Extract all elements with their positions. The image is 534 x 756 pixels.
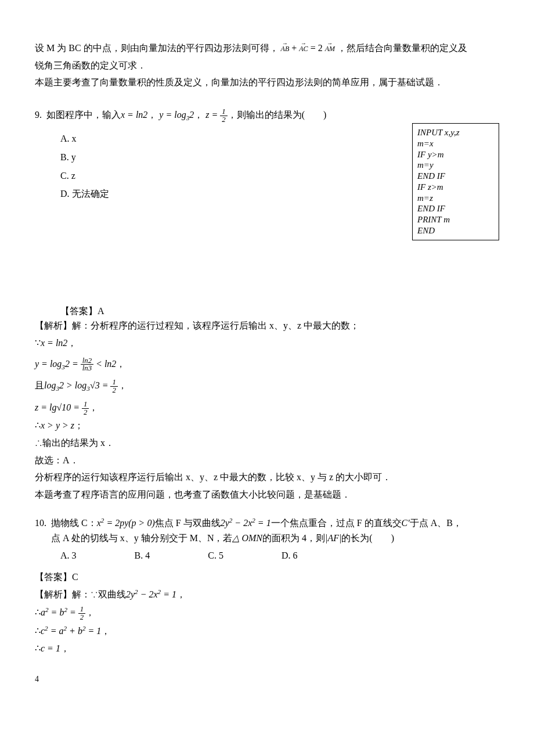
q10-sol-line: 【解析】解：∵双曲线2y2 − 2x2 = 1， [35, 587, 499, 602]
question-10: 10. 抛物线 C：x2 = 2py(p > 0)焦点 F 与双曲线2y2 − … [35, 516, 499, 545]
q10-option-c: C. 5 [208, 548, 223, 563]
code-line: m=x [417, 138, 493, 149]
q10-answer: 【答案】C [35, 570, 499, 585]
code-line: END IF [417, 203, 493, 214]
q10-expr4: △ OMN [232, 533, 262, 543]
q9-prompt-b: ，则输出的结果为( ) [228, 110, 327, 120]
q10-options: A. 3 B. 4 C. 5 D. 6 [60, 548, 499, 563]
code-line: m=z [417, 193, 493, 204]
q9-expr-z: z = 12 [205, 110, 227, 120]
intro-text-b: ，然后结合向量数量积的定义及 [337, 43, 467, 53]
q9-number: 9. [35, 107, 42, 123]
q9-sol-line: ∵x = ln2， [35, 336, 499, 351]
code-line: IF y>m [417, 149, 493, 160]
code-line: PRINT m [417, 214, 493, 225]
q10-prompt-a: 抛物线 C： [51, 518, 97, 528]
q9-sol-line: 本题考查了程序语言的应用问题，也考查了函数值大小比较问题，是基础题． [35, 487, 499, 502]
answer-value: A [98, 306, 104, 316]
q10-expr1: x2 = 2py(p > 0) [97, 518, 155, 528]
q9-sol-line: 故选：A． [35, 453, 499, 468]
q10-line2b: 的面积为 4，则 [262, 533, 325, 543]
pseudocode-box: INPUT x,y,z m=x IF y>m m=y END IF IF z>m… [412, 123, 499, 240]
q9-sol-line: y = log32 = ln2ln3 < ln2， [35, 357, 499, 373]
vector-am: →AM [325, 44, 335, 55]
q9-sol-line: 且log32 > log3√3 = 12， [35, 378, 499, 394]
q9-sol-line: z = lg√10 = 12， [35, 400, 499, 416]
answer-label: 【答案】 [60, 306, 98, 316]
q9-expr-x: x = ln2 [121, 110, 147, 120]
q10-option-a: A. 3 [60, 548, 77, 563]
code-line: END IF [417, 171, 493, 182]
q9-sol-line: ∴输出的结果为 x． [35, 435, 499, 451]
q10-sol-line: ∴c2 = a2 + b2 = 1， [35, 624, 499, 639]
q9-sol-line: ∴x > y > z； [35, 418, 499, 433]
question-9: 9. 如图程序中，输入x = ln2， y = log32， z = 12，则输… [35, 107, 499, 124]
q9-answer: 【答案】A [60, 304, 499, 319]
q9-prompt-a: 如图程序中，输入 [46, 110, 121, 120]
intro-line-2: 锐角三角函数的定义可求． [35, 58, 499, 73]
vector-ac: →AC [299, 44, 308, 55]
plus-sign: + [291, 43, 297, 53]
page-number: 4 [35, 673, 499, 686]
q10-prompt-b: 焦点 F 与双曲线 [155, 518, 221, 528]
q9-sol-line: 分析程序的运行知该程序运行后输出 x、y、z 中最大的数，比较 x、y 与 z … [35, 470, 499, 485]
intro-line-1: 设 M 为 BC 的中点，则由向量加法的平行四边形法则可得， →AB + →AC… [35, 41, 499, 56]
q10-number: 10. [35, 516, 46, 531]
vector-ab: →AB [281, 44, 290, 55]
q9-expr-y: y = log32 [159, 110, 194, 120]
q10-option-d: D. 6 [282, 548, 298, 563]
q10-option-b: B. 4 [135, 548, 150, 563]
q10-sol-line: ∴a2 = b2 = 12， [35, 605, 499, 621]
q10-prompt-c: 一个焦点重合，过点 F 的直线交 [271, 518, 402, 528]
intro-line-3: 本题主要考查了向量数量积的性质及定义，向量加法的平行四边形法则的简单应用，属于基… [35, 75, 499, 90]
q10-line2a: 点 A 处的切线与 x、y 轴分别交于 M、N，若 [51, 533, 232, 543]
q9-sol-line: 【解析】解：分析程序的运行过程知，该程序运行后输出 x、y、z 中最大的数； [35, 318, 499, 333]
q10-sol-line: ∴c = 1， [35, 641, 499, 656]
intro-text-a: 设 M 为 BC 的中点，则由向量加法的平行四边形法则可得， [35, 43, 279, 53]
code-line: IF z>m [417, 182, 493, 193]
q10-expr5: |AF| [325, 533, 341, 543]
code-line: INPUT x,y,z [417, 127, 493, 138]
q10-prompt-d: 于点 A、B， [410, 518, 462, 528]
q10-line2c: 的长为( ) [341, 533, 394, 543]
code-line: m=y [417, 160, 493, 171]
q10-expr3: C′ [402, 518, 410, 528]
code-line: END [417, 225, 493, 236]
equals-two: = 2 [311, 43, 323, 53]
q10-expr2: 2y2 − 2x2 = 1 [221, 518, 271, 528]
